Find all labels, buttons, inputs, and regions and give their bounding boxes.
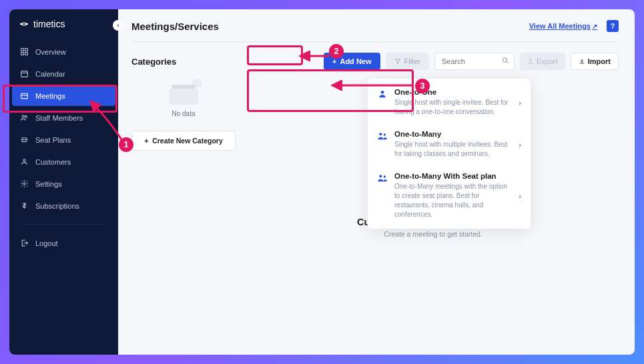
- gear-icon: [20, 179, 29, 188]
- upload-icon: [527, 58, 534, 65]
- svg-point-11: [503, 58, 507, 62]
- import-button[interactable]: Import: [571, 53, 619, 70]
- dropdown-item-one-to-many[interactable]: One-to-Many Single host with multiple in…: [368, 123, 531, 165]
- grid-icon: [20, 47, 29, 56]
- main-content: Meetings/Services View All Meetings↗ ? C…: [118, 9, 635, 355]
- users-icon: [20, 113, 29, 122]
- sidebar-item-label: Settings: [35, 180, 62, 188]
- search-wrap: [434, 53, 515, 70]
- meeting-type-dropdown: One-to-One Single host with single invit…: [368, 79, 531, 229]
- svg-rect-0: [21, 49, 24, 51]
- dollar-icon: [20, 201, 29, 210]
- help-badge[interactable]: ?: [607, 20, 619, 32]
- sidebar-item-label: Subscriptions: [35, 202, 79, 210]
- annotation-number-3: 3: [415, 79, 430, 93]
- svg-point-10: [23, 183, 25, 185]
- filter-label: Filter: [404, 57, 420, 65]
- svg-point-9: [23, 159, 25, 161]
- svg-point-7: [25, 116, 27, 118]
- svg-rect-2: [21, 53, 24, 55]
- categories-heading: Categories: [131, 57, 176, 67]
- people-seat-icon: [377, 173, 388, 183]
- dropdown-body: One-to-Many With Seat plan One-to-Many m…: [394, 172, 512, 219]
- sidebar-item-label: Logout: [35, 239, 58, 247]
- sidebar-item-calendar[interactable]: Calendar: [12, 63, 115, 84]
- empty-subtitle: Create a meeting to get started.: [248, 230, 619, 238]
- svg-rect-4: [21, 71, 28, 77]
- brand-name: timetics: [33, 19, 65, 29]
- filter-icon: [394, 58, 401, 65]
- chevron-right-icon: ›: [519, 192, 521, 200]
- annotation-arrow-3: [328, 80, 416, 91]
- export-button[interactable]: Export: [520, 53, 565, 70]
- search-icon: [502, 57, 509, 66]
- seat-icon: [20, 135, 29, 144]
- sidebar-item-label: Customers: [35, 158, 71, 166]
- svg-point-13: [379, 133, 382, 135]
- header-actions: View All Meetings↗ ?: [529, 20, 619, 32]
- toolbar-actions: +Add New Filter Export Import: [324, 53, 619, 70]
- sidebar-item-label: Meetings: [35, 92, 65, 100]
- page-title: Meetings/Services: [131, 21, 219, 32]
- categories-panel: No data + Create New Category: [131, 79, 236, 238]
- annotation-arrow-2: [296, 51, 331, 61]
- people-icon: [377, 131, 388, 141]
- calendar-icon: [20, 69, 29, 78]
- download-icon: [579, 58, 585, 65]
- svg-point-16: [384, 175, 386, 177]
- svg-point-12: [381, 91, 384, 94]
- logo: timetics ‹: [9, 19, 118, 41]
- import-label: Import: [588, 57, 611, 65]
- meetings-icon: [20, 91, 29, 100]
- header: Meetings/Services View All Meetings↗ ?: [131, 20, 619, 42]
- dropdown-item-seat-plan[interactable]: One-to-Many With Seat plan One-to-Many m…: [368, 165, 531, 226]
- svg-point-15: [379, 175, 382, 177]
- external-icon: ↗: [592, 23, 597, 30]
- dropdown-body: One-to-Many Single host with multiple in…: [394, 130, 512, 159]
- sidebar-item-label: Calendar: [35, 70, 65, 78]
- svg-point-6: [22, 115, 24, 117]
- filter-button[interactable]: Filter: [386, 53, 429, 70]
- sidebar: timetics ‹ Overview Calendar Meetings St…: [9, 9, 118, 355]
- sidebar-item-customers[interactable]: Customers: [12, 151, 115, 172]
- dropdown-title: One-to-Many: [394, 130, 512, 138]
- svg-point-14: [384, 133, 386, 135]
- sidebar-nav: Overview Calendar Meetings Staff Members…: [9, 41, 118, 253]
- no-data-text: No data: [131, 110, 236, 117]
- categories-empty: No data: [131, 79, 236, 124]
- customers-icon: [20, 157, 29, 166]
- view-all-link[interactable]: View All Meetings↗: [529, 22, 597, 30]
- chevron-right-icon: ›: [519, 99, 521, 107]
- sidebar-item-settings[interactable]: Settings: [12, 173, 115, 194]
- add-new-label: Add New: [340, 57, 371, 65]
- empty-tray-icon: [169, 83, 198, 105]
- nav-divider: [21, 224, 106, 225]
- view-all-text: View All Meetings: [529, 22, 591, 30]
- chevron-right-icon: ›: [519, 141, 521, 149]
- toolbar: Categories +Add New Filter Export Import: [131, 53, 619, 70]
- dropdown-body: One-to-One Single host with single invit…: [394, 88, 512, 117]
- dropdown-desc: One-to-Many meetings with the option to …: [394, 182, 512, 219]
- logout-icon: [20, 239, 29, 247]
- dropdown-title: One-to-Many With Seat plan: [394, 172, 512, 180]
- sidebar-item-label: Staff Members: [35, 114, 83, 122]
- sidebar-item-label: Seat Plans: [35, 136, 71, 144]
- annotation-arrow-1: [85, 97, 125, 144]
- sidebar-item-label: Overview: [35, 48, 66, 56]
- create-category-label: Create New Category: [152, 137, 223, 145]
- svg-rect-1: [25, 49, 28, 51]
- sidebar-item-subscriptions[interactable]: Subscriptions: [12, 195, 115, 216]
- create-category-button[interactable]: + Create New Category: [131, 131, 236, 151]
- svg-rect-5: [21, 93, 28, 99]
- dropdown-desc: Single host with multiple invitees. Best…: [394, 140, 512, 159]
- svg-rect-3: [25, 53, 28, 55]
- annotation-number-2: 2: [329, 44, 344, 59]
- dropdown-desc: Single host with single invitee. Best fo…: [394, 98, 512, 117]
- sidebar-item-overview[interactable]: Overview: [12, 41, 115, 62]
- export-label: Export: [537, 57, 558, 65]
- brand-icon: [19, 19, 29, 29]
- sidebar-item-logout[interactable]: Logout: [12, 233, 115, 253]
